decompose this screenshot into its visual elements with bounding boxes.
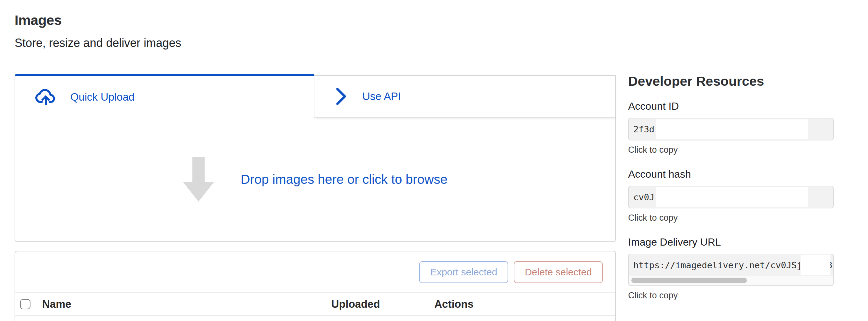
tab-quick-upload-label: Quick Upload <box>70 91 134 103</box>
export-selected-button[interactable]: Export selected <box>419 261 508 283</box>
redaction-overlay <box>656 119 808 139</box>
delivery-url-field[interactable]: https://imagedelivery.net/cv0JSj 3 <box>628 254 834 286</box>
arrow-down-icon <box>183 157 214 202</box>
images-toolbar: Export selected Delete selected <box>15 251 615 293</box>
account-id-field[interactable]: 2f3d <box>628 118 834 140</box>
delivery-url-copy-hint: Click to copy <box>628 290 834 301</box>
table-header: Name Uploaded Actions <box>15 293 615 316</box>
account-hash-value: cv0J <box>633 186 654 208</box>
url-scrollbar-thumb[interactable] <box>631 278 747 283</box>
delivery-url-label: Image Delivery URL <box>628 236 834 249</box>
chevron-right-icon <box>336 87 347 106</box>
tab-quick-upload[interactable]: Quick Upload <box>14 74 314 118</box>
delete-selected-button[interactable]: Delete selected <box>514 261 603 283</box>
dropzone-label: Drop images here or click to browse <box>241 172 447 187</box>
column-header-actions: Actions <box>434 298 473 310</box>
account-id-copy-hint: Click to copy <box>628 144 834 155</box>
tab-use-api[interactable]: Use API <box>314 75 616 117</box>
dropzone[interactable]: Drop images here or click to browse <box>15 118 615 241</box>
account-id-label: Account ID <box>628 100 834 113</box>
sidebar-title: Developer Resources <box>628 72 834 90</box>
account-hash-label: Account hash <box>628 168 834 181</box>
images-dashboard: Images Store, resize and deliver images … <box>0 0 868 321</box>
page-title: Images <box>14 12 62 28</box>
delivery-url-value: https://imagedelivery.net/cv0JSj <box>633 254 802 276</box>
developer-resources-panel: Developer Resources Account ID 2f3d Clic… <box>628 72 834 313</box>
account-hash-copy-hint: Click to copy <box>628 212 834 223</box>
column-header-uploaded: Uploaded <box>331 298 380 310</box>
redaction-overlay <box>656 187 808 207</box>
redaction-overlay <box>801 255 830 275</box>
url-scrollbar-track <box>629 276 833 285</box>
column-header-name: Name <box>42 298 71 310</box>
cloud-upload-icon <box>35 89 57 105</box>
account-id-value: 2f3d <box>633 118 654 140</box>
page-subtitle: Store, resize and deliver images <box>14 36 181 50</box>
account-hash-field[interactable]: cv0J <box>628 186 834 208</box>
select-all-checkbox[interactable] <box>20 299 30 309</box>
tab-use-api-label: Use API <box>362 90 401 103</box>
images-table-card: Export selected Delete selected Name Upl… <box>14 251 616 321</box>
